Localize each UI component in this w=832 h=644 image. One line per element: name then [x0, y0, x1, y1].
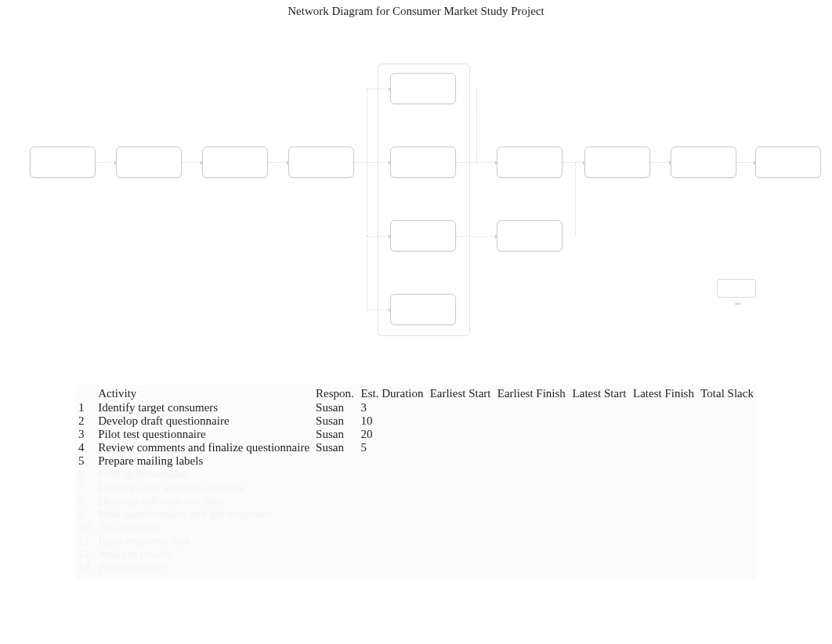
table-cell — [630, 561, 697, 574]
table-cell — [697, 401, 757, 414]
table-cell — [427, 521, 494, 534]
table-row: 8Develop software test data — [75, 494, 757, 508]
table-cell — [697, 468, 757, 481]
activity-node — [497, 220, 563, 251]
table-cell — [569, 414, 630, 428]
table-cell — [358, 454, 427, 468]
table-cell — [630, 428, 697, 441]
table-cell: Prepare mailing labels — [95, 454, 313, 468]
table-cell — [569, 454, 630, 468]
table-cell — [569, 548, 630, 561]
activity-node — [671, 147, 736, 178]
table-cell — [427, 481, 494, 494]
table-cell — [569, 521, 630, 534]
table-cell — [427, 428, 494, 441]
table-cell — [697, 481, 757, 494]
table-cell — [358, 534, 427, 548]
col-latest-start-header: Latest Start — [569, 386, 630, 401]
activity-node — [497, 147, 563, 178]
arrow — [650, 162, 671, 163]
table-cell: Develop draft questionnaire — [95, 414, 313, 428]
table-cell — [630, 548, 697, 561]
arrow — [367, 309, 390, 310]
table-cell — [569, 561, 630, 574]
table-cell — [427, 548, 494, 561]
table-cell: Analyze results — [95, 548, 313, 561]
table-row: 1Identify target consumersSusan3 — [75, 401, 757, 414]
table-cell: 10 — [75, 521, 95, 534]
arrow — [736, 162, 755, 163]
table-cell — [630, 414, 697, 428]
table-cell: Susan — [313, 414, 357, 428]
table-cell: Test software — [95, 521, 313, 534]
table-cell: 1 — [75, 401, 95, 414]
arrow — [367, 89, 367, 308]
table-cell — [313, 481, 357, 494]
col-earliest-finish-header: Earliest Finish — [494, 386, 569, 401]
arrow — [456, 236, 497, 237]
table-cell — [358, 468, 427, 481]
table-cell — [630, 481, 697, 494]
table-cell — [427, 494, 494, 508]
table-header-row: Activity Respon. Est. Duration Earliest … — [75, 386, 757, 401]
table-cell — [569, 481, 630, 494]
table-row: 10Test software — [75, 521, 757, 534]
table-body: 1Identify target consumersSusan32Develop… — [75, 401, 757, 574]
col-earliest-start-header: Earliest Start — [427, 386, 494, 401]
table-cell: Identify target consumers — [95, 401, 313, 414]
table-cell: Prepare report — [95, 561, 313, 574]
table-cell — [494, 401, 569, 414]
table-row: 13Prepare report — [75, 561, 757, 574]
table-cell: Develop data analysis software — [95, 481, 313, 494]
network-diagram — [0, 18, 832, 316]
table-cell: 3 — [358, 401, 427, 414]
table-cell — [697, 428, 757, 441]
table-cell — [313, 534, 357, 548]
table-row: 11Input response data — [75, 534, 757, 548]
arrow — [354, 162, 390, 163]
table-cell — [569, 441, 630, 454]
table-cell — [494, 534, 569, 548]
arrow — [96, 162, 116, 163]
table-cell: Susan — [313, 441, 357, 454]
table-cell — [358, 561, 427, 574]
table-cell — [697, 508, 757, 521]
table-cell: 6 — [75, 468, 95, 481]
table-cell — [427, 508, 494, 521]
table-cell — [494, 508, 569, 521]
table-row: 3Pilot test questionnaireSusan20 — [75, 428, 757, 441]
table-cell — [427, 561, 494, 574]
table-cell — [494, 521, 569, 534]
activity-node — [755, 147, 821, 178]
table-cell: 4 — [75, 441, 95, 454]
page-title: Network Diagram for Consumer Market Stud… — [0, 0, 832, 18]
table-cell — [313, 561, 357, 574]
table-cell — [569, 494, 630, 508]
table-cell: 5 — [358, 441, 427, 454]
activity-node — [390, 147, 456, 178]
table-cell — [494, 441, 569, 454]
table-cell: 2 — [75, 414, 95, 428]
col-est-duration-header: Est. Duration — [358, 386, 427, 401]
table-cell: 12 — [75, 548, 95, 561]
table-cell: 3 — [75, 428, 95, 441]
table-cell: 7 — [75, 481, 95, 494]
arrow — [367, 236, 390, 237]
table-cell: 20 — [358, 428, 427, 441]
col-index-header — [75, 386, 95, 401]
arrow — [367, 89, 390, 89]
activity-table-wrap: Activity Respon. Est. Duration Earliest … — [75, 385, 757, 579]
table-cell — [313, 454, 357, 468]
col-respon-header: Respon. — [313, 386, 357, 401]
table-cell — [630, 521, 697, 534]
table-cell: 10 — [358, 414, 427, 428]
table-cell — [630, 441, 697, 454]
table-cell — [697, 534, 757, 548]
col-activity-header: Activity — [95, 386, 313, 401]
table-cell — [427, 414, 494, 428]
table-cell — [697, 454, 757, 468]
activity-node — [30, 147, 96, 178]
table-cell — [358, 548, 427, 561]
table-cell — [494, 481, 569, 494]
legend-box — [717, 279, 756, 298]
